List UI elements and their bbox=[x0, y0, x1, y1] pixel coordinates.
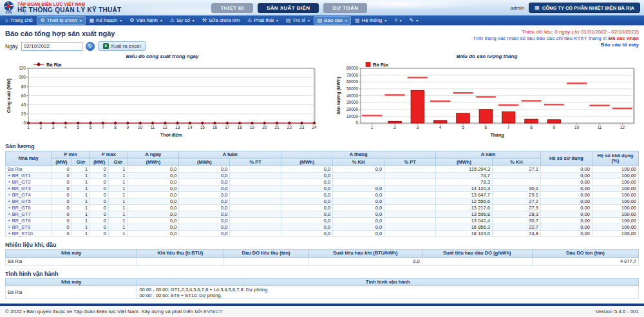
table-cell: 0,00 bbox=[540, 179, 592, 186]
warning-icon: ⚠ bbox=[247, 18, 252, 23]
company-button[interactable]: ▦ CÔNG TY CỔ PHẦN NHIỆT ĐIỆN BÀ RỊA bbox=[529, 3, 640, 13]
table-cell: 30,7 bbox=[492, 218, 540, 224]
svg-text:80: 80 bbox=[21, 84, 26, 89]
excel-icon: X bbox=[103, 43, 109, 49]
svg-text:0: 0 bbox=[23, 120, 26, 125]
svg-text:23: 23 bbox=[299, 125, 305, 130]
unit-report-link[interactable]: Báo cáo tổ máy bbox=[601, 42, 639, 48]
date-input[interactable] bbox=[21, 42, 82, 51]
table-row: + BR_GT701010,00,00,00,013 596,828,30,00… bbox=[6, 211, 639, 218]
table-cell: 0 bbox=[52, 218, 72, 224]
plant-link[interactable]: + BR_GT1 bbox=[6, 173, 52, 179]
plant-link[interactable]: + BR_GT2 bbox=[6, 179, 52, 186]
table-cell: 0,0 bbox=[333, 192, 384, 198]
table-cell: 27,9 bbox=[492, 205, 540, 211]
table-cell: 12 556,6 bbox=[436, 198, 493, 205]
nav-item-ke-hoach[interactable]: ▦Kế hoạch▾ bbox=[86, 16, 126, 25]
pencil-icon: ✎ bbox=[410, 18, 414, 23]
table-cell: 74,7 bbox=[436, 173, 493, 179]
table-row: Bà Rịa00:00 - 00:00: GT1,2,3,4,5,6,7,8 +… bbox=[6, 286, 639, 299]
plant-link[interactable]: Bà Rịa bbox=[6, 166, 52, 173]
table-cell: 13 217,6 bbox=[436, 205, 493, 211]
nav-item-edit[interactable]: ✎▾ bbox=[406, 16, 422, 25]
table-cell: 0,00 bbox=[540, 218, 592, 224]
copyright-text: © 2022 • Bản quyền thuộc về Tập đoàn Điệ… bbox=[5, 309, 204, 314]
table-cell bbox=[230, 198, 281, 205]
svg-text:Thời điểm: Thời điểm bbox=[160, 133, 182, 137]
chevron-down-icon: ▾ bbox=[384, 18, 386, 23]
table-cell bbox=[492, 173, 540, 179]
table-cell: 0,00 bbox=[540, 211, 592, 218]
plant-link[interactable]: + BR_ST10 bbox=[6, 231, 52, 237]
table-cell: 0 bbox=[90, 211, 109, 218]
table-cell bbox=[230, 186, 281, 192]
table-cell: 0,00 bbox=[540, 231, 592, 237]
table-cell: 0,0 bbox=[281, 186, 333, 192]
table-cell: 1 bbox=[71, 211, 90, 218]
svg-text:6: 6 bbox=[90, 125, 92, 130]
table-cell: 100,00 bbox=[592, 211, 638, 218]
table-cell: 0,0 bbox=[333, 231, 384, 237]
nav-item-bao-cao[interactable]: ▧Báo cáo▾ bbox=[314, 16, 351, 25]
column-subheader: % KH bbox=[492, 158, 540, 166]
nav-item-trang-chu[interactable]: ⌂Trang chủ bbox=[1, 16, 37, 25]
table-cell: 0 bbox=[52, 192, 72, 198]
svg-text:60000: 60000 bbox=[346, 79, 358, 84]
nav-item-help[interactable]: ?▾ bbox=[390, 16, 405, 25]
nav-item-sua-chua-lon[interactable]: ⚒Sửa chữa lớn bbox=[198, 16, 243, 25]
column-header: Suất tiêu hao dầu DO (g/kWh) bbox=[422, 250, 532, 258]
nav-item-phat-thai[interactable]: ⚠Phát thải▾ bbox=[243, 16, 282, 25]
table-cell bbox=[384, 231, 436, 237]
table-cell: 0 bbox=[52, 173, 72, 179]
module-button-thiet-bi[interactable]: THIẾT BỊ bbox=[211, 3, 253, 13]
gears-icon: ⚙ bbox=[129, 18, 134, 23]
table-cell: 1 bbox=[71, 186, 90, 192]
table-cell: 1 bbox=[71, 173, 90, 179]
table-row: + BR_ST1001010,00,00,00,018 103,624,80,0… bbox=[6, 231, 639, 237]
nav-item-su-co[interactable]: ⚠Sự cố▾ bbox=[166, 16, 198, 25]
table-cell bbox=[384, 166, 436, 173]
plant-link[interactable]: + BR_GT8 bbox=[6, 218, 52, 224]
table-cell: 0 bbox=[52, 166, 72, 173]
wrench-icon: ⚒ bbox=[202, 18, 207, 23]
refresh-button[interactable]: ↻ bbox=[86, 42, 95, 51]
table-cell: 0 bbox=[52, 198, 72, 205]
table-cell bbox=[384, 224, 436, 231]
nav-item-tro-xi[interactable]: ▤Tro xỉ▾ bbox=[282, 16, 314, 25]
plant-link[interactable]: + BR_GT4 bbox=[6, 192, 52, 198]
module-switcher: THIẾT BỊSẢN XUẤT ĐIỆNDỰ TOÁN bbox=[211, 3, 367, 13]
nav-item-thiet-bi-chinh[interactable]: ⚙Thiết bị chính▾ bbox=[37, 16, 86, 25]
svg-text:7: 7 bbox=[102, 125, 104, 130]
table-row: + BR_GT401010,00,00,00,013 647,729,10,00… bbox=[6, 192, 639, 198]
table-cell: 1 bbox=[108, 198, 128, 205]
nav-item-van-hanh[interactable]: ⚙Vận hành▾ bbox=[126, 16, 166, 25]
content: Báo cáo tổng hợp sản xuất ngày Ngày ↻ X … bbox=[0, 26, 644, 299]
nav-item-he-thong[interactable]: ▥Hệ thống▾ bbox=[351, 16, 390, 25]
plant-link[interactable]: + BR_ST9 bbox=[6, 224, 52, 231]
plant-link[interactable]: + BR_GT5 bbox=[6, 198, 52, 205]
production-table: Nhà máyP minP maxA ngàyA tuầnA thángA nă… bbox=[5, 151, 639, 237]
svg-text:9: 9 bbox=[553, 125, 556, 130]
operation-detail: 00:00 - 00:00: GT1,2,3,4,5,6,7,8 + Lò 3,… bbox=[137, 286, 639, 299]
export-excel-button[interactable]: X Xuất ra excel bbox=[98, 41, 146, 51]
module-button-du-toan[interactable]: DỰ TOÁN bbox=[323, 3, 367, 13]
table-cell: 0,0 bbox=[333, 166, 384, 173]
table-cell: 0,0 bbox=[281, 231, 333, 237]
table-row: Bà Rịa01010,00,00,00,0115 294,327,10,001… bbox=[6, 166, 639, 173]
table-cell: 100,00 bbox=[592, 218, 638, 224]
svg-text:3: 3 bbox=[417, 125, 419, 130]
plant-link[interactable]: + BR_GT7 bbox=[6, 211, 52, 218]
version-label: Version 5.4.6 - 001 bbox=[596, 309, 639, 314]
table-cell: 30,1 bbox=[492, 186, 540, 192]
table-cell: Bà Rịa bbox=[6, 286, 137, 299]
table-cell: 0,0 bbox=[179, 211, 230, 218]
evnict-link[interactable]: EVNICT bbox=[204, 309, 222, 314]
export-excel-label: Xuất ra excel bbox=[111, 43, 141, 49]
table-cell: 0,0 bbox=[179, 186, 230, 192]
plant-link[interactable]: + BR_GT6 bbox=[6, 205, 52, 211]
plant-link[interactable]: + BR_GT3 bbox=[6, 186, 52, 192]
svg-text:11: 11 bbox=[598, 125, 602, 130]
module-button-san-xuat-dien[interactable]: SẢN XUẤT ĐIỆN bbox=[258, 3, 319, 13]
column-subheader: (MWh) bbox=[179, 158, 230, 166]
table-cell: 0,00 bbox=[540, 166, 592, 173]
